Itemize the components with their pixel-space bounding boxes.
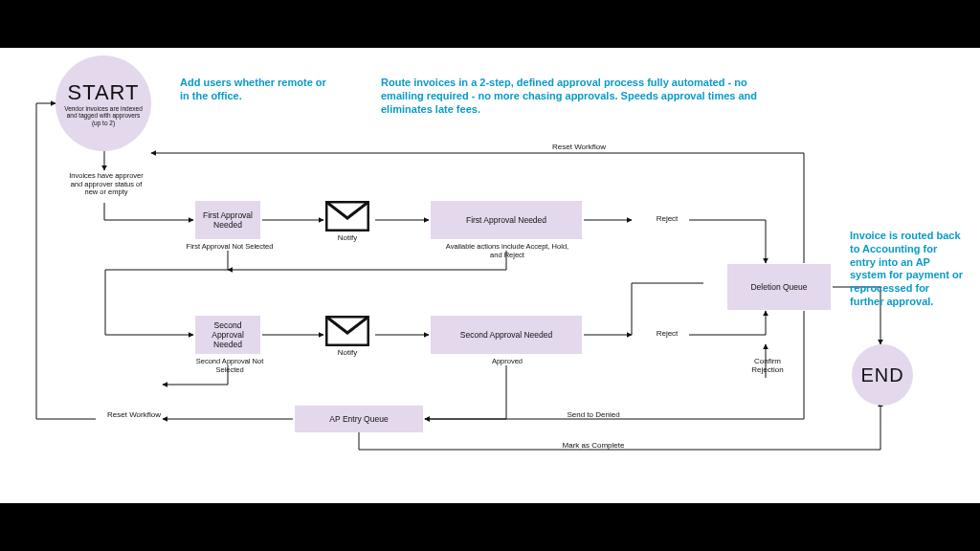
notify-label-2: Notify [338, 348, 357, 357]
start-subtitle: Vendor invoices are indexed and tagged w… [56, 105, 151, 126]
caption-first-not-selected: First Approval Not Selected [182, 243, 278, 252]
caption-approved: Approved [479, 358, 536, 366]
flowchart-canvas: START Vendor invoices are indexed and ta… [0, 48, 980, 503]
box-second-approval-needed: Second Approval Needed [195, 316, 260, 354]
box-second-approval-wide: Second Approval Needed [431, 316, 582, 354]
annotation-routed-back: Invoice is routed back to Accounting for… [850, 230, 965, 309]
label-send-to-denied: Send to Denied [555, 411, 632, 420]
label-reset-workflow-left: Reset Workflow [96, 411, 172, 420]
box-first-approval-wide: First Approval Needed [431, 201, 582, 239]
annotation-route: Route invoices in a 2-step, defined appr… [381, 77, 764, 116]
label-reset-workflow-top: Reset Workflow [536, 143, 622, 152]
label-reject-1: Reject [643, 215, 691, 224]
start-node: START Vendor invoices are indexed and ta… [56, 55, 151, 151]
box-ap-entry-queue: AP Entry Queue [295, 406, 423, 432]
caption-invoices-have: Invoices have approver and approver stat… [63, 172, 149, 197]
annotation-add-users: Add users whether remote or in the offic… [180, 77, 333, 103]
end-title: END [860, 364, 903, 386]
box-deletion-queue: Deletion Queue [727, 264, 831, 310]
notify-label-1: Notify [338, 233, 357, 242]
mail-icon [325, 201, 369, 231]
label-mark-complete: Mark as Complete [546, 442, 641, 451]
end-node: END [852, 344, 913, 406]
start-title: START [67, 80, 139, 105]
label-reject-2: Reject [643, 330, 691, 339]
label-confirm-rejection: Confirm Rejection [743, 358, 792, 375]
notify-mail-2: Notify [325, 316, 369, 357]
box-first-approval-needed: First Approval Needed [195, 201, 260, 239]
notify-mail-1: Notify [325, 201, 369, 242]
caption-available-actions: Available actions include Accept, Hold, … [440, 243, 574, 259]
mail-icon [325, 316, 369, 346]
caption-second-not-selected: Second Approval Not Selected [188, 358, 272, 374]
